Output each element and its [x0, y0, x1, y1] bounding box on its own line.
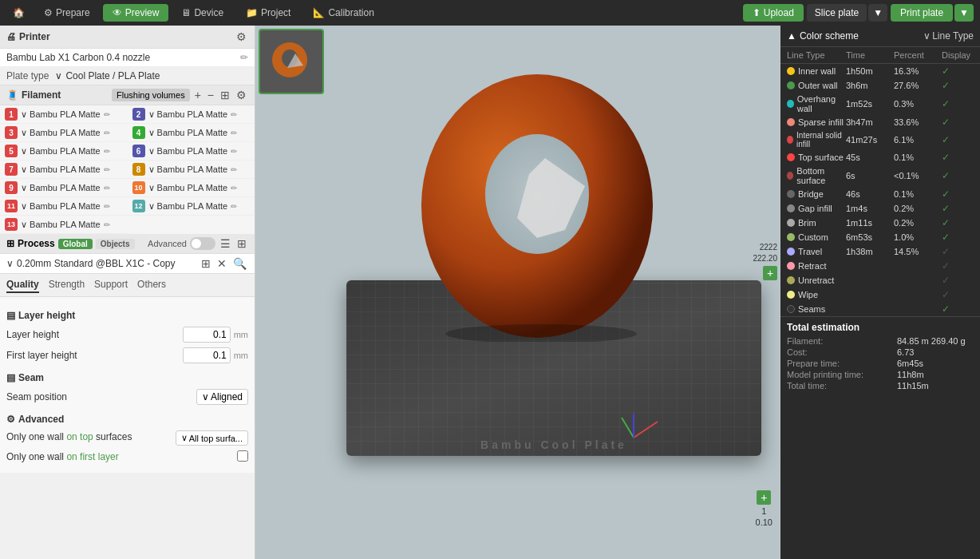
profile-row: ∨ 0.20mm Standard @BBL X1C - Copy ⊞ ✕ 🔍 [0, 254, 255, 274]
collapse-icon[interactable]: ▲ [787, 30, 796, 42]
color-table-header: Line Type Time Percent Display [780, 47, 980, 64]
tab-calibration[interactable]: 📐 Calibration [303, 4, 383, 22]
filament-settings-button[interactable]: ⚙ [235, 89, 248, 101]
first-layer-input[interactable] [183, 347, 231, 363]
print-button[interactable]: Print plate [891, 4, 953, 22]
print-arrow[interactable]: ▼ [954, 4, 974, 22]
plate-type-label: Plate type [6, 70, 49, 81]
coord-plus-button[interactable]: + [763, 266, 777, 280]
tab-others[interactable]: Others [137, 277, 166, 293]
check-outer-wall[interactable]: ✓ [942, 80, 974, 91]
one-wall-top-select[interactable]: ∨ All top surfa... [176, 430, 248, 446]
filament-edit-icon[interactable]: ✏ [231, 184, 237, 192]
filament-edit-icon[interactable]: ✏ [104, 129, 110, 137]
filament-number: 13 [5, 218, 18, 231]
home-button[interactable]: 🏠 [6, 4, 31, 22]
badge-global[interactable]: Global [58, 239, 93, 249]
first-layer-unit: mm [234, 351, 248, 360]
filament-edit-icon[interactable]: ✏ [104, 220, 110, 229]
seam-position-select[interactable]: ∨ Aligned [196, 389, 248, 405]
advanced-label: Advanced [148, 239, 187, 248]
filament-edit-icon[interactable]: ✏ [231, 202, 237, 211]
color-row-brim: Brim 1m11s 0.2% ✓ [780, 216, 980, 230]
one-wall-top-row: Only one wall on top surfaces ∨ All top … [6, 428, 248, 448]
profile-search-button[interactable]: 🔍 [231, 257, 248, 270]
check-retract[interactable]: ✓ [942, 260, 974, 272]
one-wall-first-checkbox[interactable] [237, 450, 248, 462]
process-title: ⊞ Process Global Objects [6, 238, 135, 249]
label-sparse-infill: Sparse infill [787, 117, 846, 127]
check-unretract[interactable]: ✓ [942, 275, 974, 286]
filament-copy-button[interactable]: ⊞ [219, 89, 231, 101]
filament-edit-icon[interactable]: ✏ [104, 184, 110, 192]
filament-edit-icon[interactable]: ✏ [104, 165, 110, 174]
plate-type-value[interactable]: ∨ Cool Plate / PLA Plate [55, 70, 248, 81]
label-bridge: Bridge [787, 189, 846, 199]
label-retract: Retract [787, 261, 846, 271]
filament-add-button[interactable]: + [193, 89, 203, 101]
label-outer-wall: Outer wall [787, 81, 846, 90]
check-sparse-infill[interactable]: ✓ [942, 117, 974, 128]
label-custom: Custom [787, 232, 846, 242]
label-unretract: Unretract [787, 276, 846, 285]
tab-device[interactable]: 🖥 Device [172, 4, 233, 22]
layer-height-input[interactable] [183, 327, 231, 343]
process-list-icon[interactable]: ☰ [219, 237, 232, 250]
check-bottom-surface[interactable]: ✓ [942, 170, 974, 181]
filament-remove-button[interactable]: − [206, 89, 215, 101]
profile-close-button[interactable]: ✕ [215, 257, 228, 270]
slice-button[interactable]: Slice plate [807, 4, 867, 22]
list-item: 8 ∨ Bambu PLA Matte ✏ [128, 161, 255, 179]
filament-edit-icon[interactable]: ✏ [231, 129, 237, 137]
thumbnail-item[interactable] [259, 29, 324, 94]
check-bridge[interactable]: ✓ [942, 188, 974, 200]
zoom-plus-button[interactable]: + [757, 490, 771, 505]
filament-edit-icon[interactable]: ✏ [231, 110, 237, 119]
list-item: 11 ∨ Bambu PLA Matte ✏ [0, 197, 128, 216]
upload-button[interactable]: ⬆ Upload [743, 4, 804, 22]
check-brim[interactable]: ✓ [942, 217, 974, 228]
advanced-toggle[interactable] [190, 237, 215, 250]
printer-title: 🖨 Printer [6, 31, 50, 42]
check-travel[interactable]: ✓ [942, 246, 974, 257]
check-seams[interactable]: ✓ [942, 303, 974, 315]
filament-edit-icon[interactable]: ✏ [231, 147, 237, 156]
check-gap-infill[interactable]: ✓ [942, 203, 974, 214]
profile-copy-button[interactable]: ⊞ [200, 257, 212, 270]
filament-edit-icon[interactable]: ✏ [104, 202, 110, 211]
process-icon: ⊞ [6, 238, 14, 249]
flushing-volumes-button[interactable]: Flushing volumes [112, 89, 190, 101]
one-wall-first-label: Only one wall on first layer [6, 450, 237, 464]
check-top-surface[interactable]: ✓ [942, 152, 974, 163]
color-row-bridge: Bridge 46s 0.1% ✓ [780, 187, 980, 201]
tab-quality[interactable]: Quality [6, 277, 39, 293]
process-grid-icon[interactable]: ⊞ [235, 237, 248, 250]
check-overhang-wall[interactable]: ✓ [942, 98, 974, 109]
tab-strength[interactable]: Strength [49, 277, 85, 293]
total-title: Total estimation [787, 322, 974, 333]
printer-nozzle-row[interactable]: Bambu Lab X1 Carbon 0.4 nozzle ✏ [0, 49, 255, 67]
col-display: Display [942, 50, 974, 60]
total-time-value: 11h15m [897, 381, 929, 391]
check-wipe[interactable]: ✓ [942, 289, 974, 300]
settings-body: ▤ Layer height Layer height mm First lay… [0, 297, 255, 473]
filament-edit-icon[interactable]: ✏ [231, 165, 237, 174]
tab-prepare[interactable]: ⚙ Prepare [34, 4, 100, 22]
check-internal-solid[interactable]: ✓ [942, 134, 974, 145]
printer-edit-icon[interactable]: ✏ [240, 52, 248, 63]
filament-edit-icon[interactable]: ✏ [104, 110, 110, 119]
printer-settings-button[interactable]: ⚙ [235, 30, 248, 43]
tab-preview[interactable]: 👁 Preview [103, 4, 169, 22]
badge-objects[interactable]: Objects [96, 239, 135, 249]
list-item: 1 ∨ Bambu PLA Matte ✏ [0, 105, 128, 124]
check-custom[interactable]: ✓ [942, 232, 974, 243]
tab-project[interactable]: 📁 Project [236, 4, 300, 22]
check-inner-wall[interactable]: ✓ [942, 65, 974, 77]
filament-edit-icon[interactable]: ✏ [104, 147, 110, 156]
total-model-row: Model printing time: 11h8m [787, 370, 974, 379]
dot-unretract [787, 276, 795, 284]
advanced-group: ⚙ Advanced [6, 414, 248, 425]
line-type-button[interactable]: ∨ Line Type [923, 30, 974, 42]
tab-support[interactable]: Support [94, 277, 128, 293]
slice-arrow[interactable]: ▼ [868, 4, 887, 22]
